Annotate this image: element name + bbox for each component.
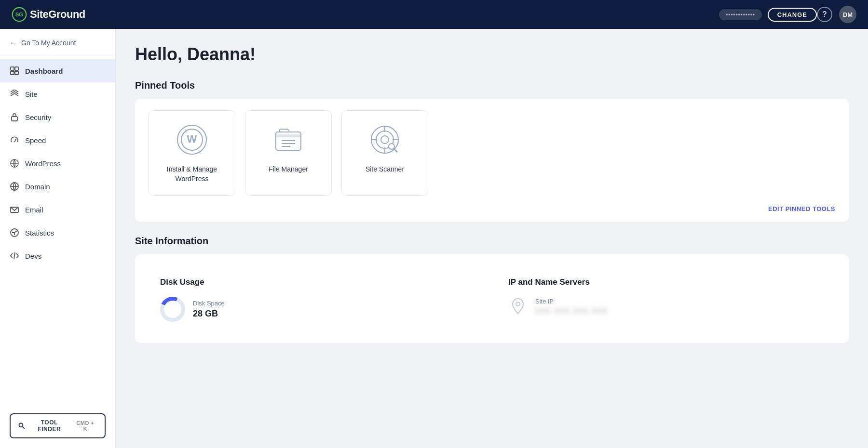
pinned-tools-panel: W Install & Manage WordPress (135, 99, 849, 222)
site-ip-label: Site IP (535, 298, 608, 305)
ip-servers-card: IP and Name Servers Site IP 000.000.000.… (497, 266, 835, 333)
svg-rect-5 (15, 71, 18, 75)
logo-area: SG SiteGround (12, 7, 719, 22)
site-name-display: •••••••••••• (719, 9, 762, 20)
mail-icon (10, 205, 19, 214)
svg-rect-2 (11, 67, 14, 70)
change-site-button[interactable]: CHANGE (768, 8, 817, 22)
svg-point-26 (381, 136, 389, 144)
sidebar-item-statistics[interactable]: Statistics (0, 221, 115, 244)
sidebar-item-label: Statistics (25, 229, 54, 237)
tool-finder-label: TOOL FINDER (29, 419, 70, 433)
main-content: Hello, Deanna! Pinned Tools W (116, 29, 868, 448)
grid-icon (10, 66, 19, 76)
pinned-tool-label: Site Scanner (366, 165, 404, 174)
edit-pinned-row: EDIT PINNED TOOLS (149, 205, 835, 212)
site-scanner-tool-icon (367, 122, 402, 157)
disk-space-value: 28 GB (193, 309, 225, 319)
gauge-icon (10, 135, 19, 145)
site-info-title: Site Information (135, 236, 849, 247)
svg-line-7 (14, 139, 16, 142)
disk-usage-title: Disk Usage (160, 277, 475, 287)
location-pin-icon (508, 297, 528, 316)
help-button[interactable]: ? (817, 7, 832, 22)
svg-text:SG: SG (15, 12, 24, 17)
sidebar-item-domain[interactable]: Domain (0, 175, 115, 198)
sidebar-item-label: Security (25, 113, 51, 121)
file-manager-tool-icon (271, 122, 306, 157)
tool-finder-shortcut: CMD + K (74, 420, 97, 432)
help-icon: ? (822, 10, 827, 19)
sidebar-item-site[interactable]: Site (0, 82, 115, 105)
svg-line-32 (393, 148, 397, 152)
wordpress-tool-icon: W (175, 122, 209, 157)
globe-icon (10, 182, 19, 191)
svg-rect-6 (12, 117, 17, 121)
site-selector: •••••••••••• CHANGE (719, 8, 817, 22)
sidebar-item-label: Speed (25, 136, 46, 145)
svg-text:W: W (187, 133, 197, 145)
ip-info: Site IP 000.000.000.000 (535, 298, 608, 316)
back-link-label: Go To My Account (21, 39, 76, 47)
sidebar: ← Go To My Account Dashboard (0, 29, 116, 448)
site-ip-value: 000.000.000.000 (535, 307, 608, 316)
wordpress-icon (10, 158, 19, 168)
svg-point-14 (19, 423, 23, 427)
chart-icon (10, 228, 19, 237)
svg-line-13 (14, 252, 15, 259)
sidebar-item-label: Site (25, 90, 38, 98)
svg-rect-20 (276, 135, 301, 137)
sidebar-item-wordpress[interactable]: WordPress (0, 152, 115, 175)
pinned-tools-grid: W Install & Manage WordPress (149, 110, 835, 196)
search-icon (18, 422, 25, 429)
site-info-grid: Disk Usage Disk Space 28 GB (149, 266, 835, 333)
svg-point-35 (516, 302, 520, 306)
avatar-button[interactable]: DM (839, 6, 856, 23)
svg-rect-3 (15, 67, 18, 70)
disk-usage-chart (160, 297, 185, 322)
main-layout: ← Go To My Account Dashboard (0, 29, 868, 448)
sidebar-item-label: WordPress (25, 159, 61, 168)
back-to-account-link[interactable]: ← Go To My Account (0, 29, 115, 55)
top-navigation: SG SiteGround •••••••••••• CHANGE ? DM (0, 0, 868, 29)
pinned-tool-wordpress[interactable]: W Install & Manage WordPress (149, 110, 235, 196)
sidebar-nav: Dashboard Site (0, 55, 115, 406)
svg-rect-4 (11, 71, 14, 75)
sidebar-item-label: Domain (25, 183, 50, 191)
disk-usage-row: Disk Space 28 GB (160, 297, 475, 322)
pinned-tool-site-scanner[interactable]: Site Scanner (341, 110, 428, 196)
sidebar-item-label: Devs (25, 252, 41, 260)
back-arrow-icon: ← (10, 39, 17, 47)
siteground-logo-icon: SG (12, 7, 27, 22)
pinned-tools-title: Pinned Tools (135, 80, 849, 91)
sidebar-item-label: Dashboard (25, 67, 63, 75)
pinned-tool-label: File Manager (269, 165, 308, 174)
topnav-right: ? DM (817, 6, 856, 23)
pinned-tool-file-manager[interactable]: File Manager (245, 110, 332, 196)
sidebar-item-speed[interactable]: Speed (0, 129, 115, 152)
greeting-heading: Hello, Deanna! (135, 44, 849, 65)
disk-info: Disk Space 28 GB (193, 300, 225, 319)
sidebar-item-dashboard[interactable]: Dashboard (0, 59, 115, 82)
logo-text: SiteGround (30, 8, 85, 21)
disk-space-label: Disk Space (193, 300, 225, 307)
ip-servers-row: Site IP 000.000.000.000 (508, 297, 824, 316)
site-info-panel: Disk Usage Disk Space 28 GB (135, 254, 849, 343)
code-icon (10, 251, 19, 261)
lock-icon (10, 112, 19, 122)
layers-icon (10, 89, 19, 99)
edit-pinned-tools-button[interactable]: EDIT PINNED TOOLS (768, 205, 835, 212)
sidebar-item-email[interactable]: Email (0, 198, 115, 221)
sidebar-item-devs[interactable]: Devs (0, 244, 115, 267)
svg-line-15 (23, 427, 25, 429)
tool-finder-button[interactable]: TOOL FINDER CMD + K (10, 413, 106, 438)
sidebar-item-security[interactable]: Security (0, 105, 115, 129)
ip-servers-title: IP and Name Servers (508, 277, 824, 287)
disk-usage-card: Disk Usage Disk Space 28 GB (149, 266, 487, 333)
sidebar-item-label: Email (25, 206, 43, 214)
pinned-tool-label: Install & Manage WordPress (159, 165, 225, 184)
